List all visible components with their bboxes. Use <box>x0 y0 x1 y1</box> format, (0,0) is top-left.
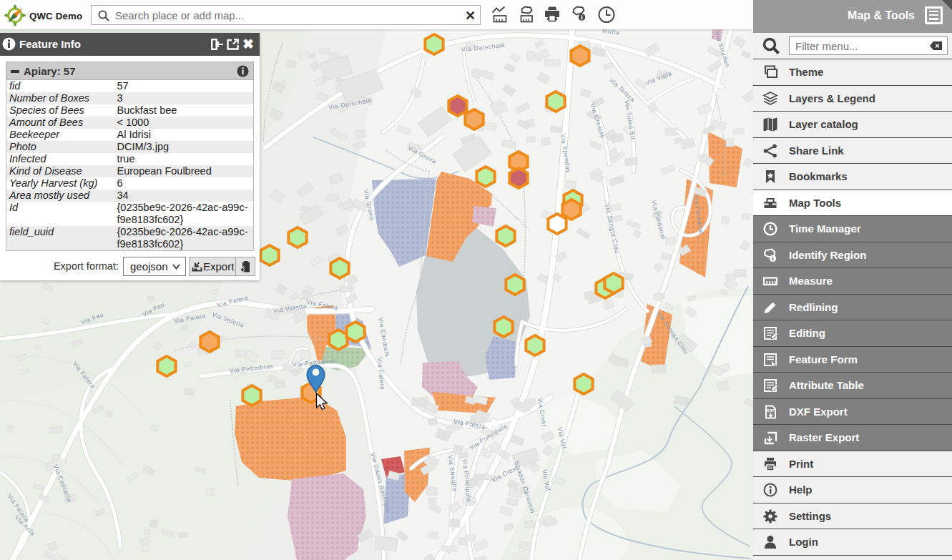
svg-text:DXF: DXF <box>767 408 775 413</box>
